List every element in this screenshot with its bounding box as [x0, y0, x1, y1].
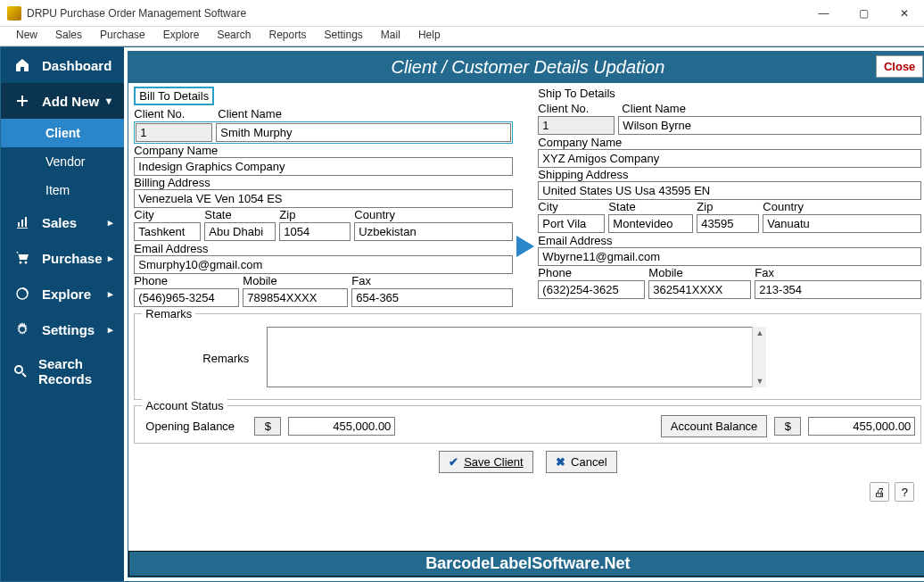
menu-new[interactable]: New [7, 27, 46, 46]
sidebar-explore[interactable]: Explore ▸ [1, 276, 124, 312]
billingaddr-input[interactable] [134, 189, 513, 208]
check-icon: ✔ [449, 455, 458, 469]
fax-input[interactable] [351, 288, 513, 307]
menu-purchase[interactable]: Purchase [91, 27, 154, 46]
sidebar-label: Sales [42, 215, 77, 230]
phone-input[interactable] [134, 288, 239, 307]
sidebar-search-records[interactable]: Search Records [1, 347, 124, 395]
sidebar: Dashboard Add New ▼ Client Vendor Item S… [1, 47, 124, 581]
ship-mobile-input[interactable] [648, 280, 751, 299]
account-balance-button[interactable]: Account Balance [661, 415, 768, 437]
clientno-input [136, 123, 212, 142]
company-input[interactable] [134, 157, 513, 176]
ship-clientno-label: Client No. [538, 102, 618, 115]
fax-label: Fax [351, 274, 513, 287]
billto-column: Bill To Details Client No. Client Name C… [134, 87, 513, 308]
save-client-button[interactable]: ✔ Save Client [439, 451, 532, 473]
sidebar-settings[interactable]: Settings ▸ [1, 312, 124, 347]
sidebar-dashboard[interactable]: Dashboard [1, 47, 124, 83]
sidebar-sub-vendor[interactable]: Vendor [1, 147, 124, 176]
menu-reports[interactable]: Reports [260, 27, 315, 46]
chevron-right-icon: ▸ [108, 217, 113, 229]
sidebar-label: Settings [42, 322, 95, 337]
cart-icon [13, 249, 31, 267]
menu-explore[interactable]: Explore [154, 27, 209, 46]
sidebar-label: Dashboard [42, 58, 111, 73]
country-label: Country [354, 208, 513, 221]
menu-help[interactable]: Help [409, 27, 450, 46]
country-input[interactable] [354, 222, 513, 241]
opening-balance-input[interactable] [288, 417, 395, 436]
maximize-button[interactable]: ▢ [844, 0, 884, 27]
cancel-button[interactable]: ✖ Cancel [546, 451, 616, 473]
ship-clientname-input[interactable] [618, 116, 921, 135]
company-label: Company Name [134, 144, 513, 157]
city-label: City [134, 208, 201, 221]
remarks-group: Remarks Remarks ▲ ▼ [134, 313, 921, 400]
ship-zip-input[interactable] [697, 214, 759, 233]
scroll-down-icon[interactable]: ▼ [753, 375, 766, 387]
menu-search[interactable]: Search [208, 27, 260, 46]
home-icon [13, 56, 31, 74]
ship-phone-label: Phone [538, 266, 645, 279]
email-input[interactable] [134, 255, 513, 274]
sidebar-label: Add New [42, 94, 99, 109]
panel-title: Client / Customer Details Updation [391, 57, 664, 78]
account-group: Account Status Opening Balance Account B… [134, 405, 921, 444]
ship-phone-input[interactable] [538, 280, 645, 299]
menu-settings[interactable]: Settings [316, 27, 372, 46]
ship-state-input[interactable] [608, 214, 693, 233]
copy-arrow [513, 87, 538, 308]
svg-point-0 [20, 262, 22, 264]
scroll-up-icon[interactable]: ▲ [753, 327, 766, 339]
clientname-input[interactable] [216, 123, 511, 142]
ship-email-input[interactable] [538, 247, 921, 266]
window-controls: — ▢ ✕ [804, 0, 924, 26]
sidebar-addnew[interactable]: Add New ▼ [1, 83, 124, 119]
sidebar-purchase[interactable]: Purchase ▸ [1, 240, 124, 276]
content: Client / Customer Details Updation Close… [124, 47, 924, 581]
billto-legend: Bill To Details [134, 87, 513, 105]
menu-mail[interactable]: Mail [372, 27, 409, 46]
close-panel-button[interactable]: Close [876, 55, 923, 78]
state-input[interactable] [204, 222, 276, 241]
mobile-input[interactable] [243, 288, 348, 307]
clientname-label: Client Name [218, 107, 513, 121]
ship-email-label: Email Address [538, 234, 921, 247]
main-area: Dashboard Add New ▼ Client Vendor Item S… [0, 46, 924, 582]
clientno-label: Client No. [134, 107, 214, 121]
app-icon [7, 6, 21, 21]
shipaddr-input[interactable] [538, 181, 921, 200]
ship-country-label: Country [763, 200, 921, 213]
two-column: Bill To Details Client No. Client Name C… [134, 87, 921, 308]
titlebar: DRPU Purchase Order Management Software … [0, 0, 924, 27]
ship-city-input[interactable] [538, 214, 605, 233]
zip-input[interactable] [279, 222, 351, 241]
ship-clientno-input [538, 116, 615, 135]
sidebar-sales[interactable]: Sales ▸ [1, 204, 124, 240]
sidebar-sub-client[interactable]: Client [1, 119, 124, 147]
highlighted-field-group [134, 121, 513, 144]
minimize-button[interactable]: — [804, 0, 844, 27]
scrollbar[interactable]: ▲ ▼ [752, 327, 766, 387]
ship-fax-label: Fax [755, 266, 921, 279]
sidebar-sub-item[interactable]: Item [1, 176, 124, 204]
sidebar-label: Purchase [42, 251, 103, 266]
help-icon[interactable]: ? [895, 482, 914, 502]
ship-country-input[interactable] [763, 214, 921, 233]
ship-company-input[interactable] [538, 149, 921, 168]
remarks-textarea[interactable] [267, 327, 766, 387]
print-icon[interactable]: 🖨 [870, 482, 889, 502]
menubar: New Sales Purchase Explore Search Report… [0, 27, 924, 46]
ship-fax-input[interactable] [755, 280, 921, 299]
opening-currency [254, 417, 281, 436]
shipaddr-label: Shipping Address [538, 168, 921, 181]
ship-city-label: City [538, 200, 605, 213]
menu-sales[interactable]: Sales [46, 27, 91, 46]
state-label: State [204, 208, 276, 221]
shipto-column: Ship To Details Client No. Client Name C… [538, 87, 921, 308]
close-window-button[interactable]: ✕ [884, 0, 924, 27]
account-balance-input[interactable] [808, 417, 915, 436]
gear-icon [13, 320, 31, 338]
city-input[interactable] [134, 222, 201, 241]
